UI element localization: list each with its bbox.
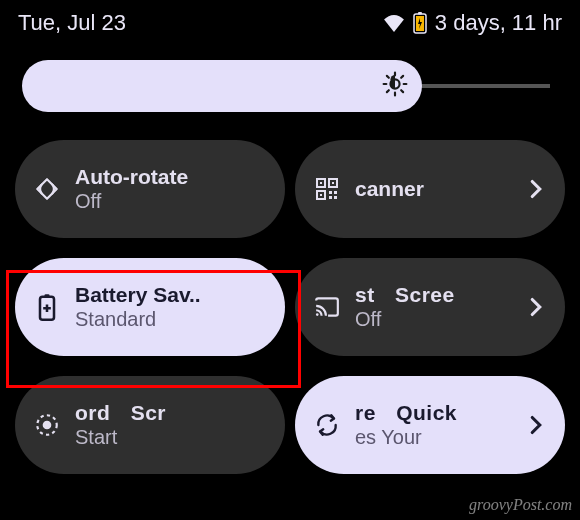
svg-rect-21: [334, 196, 337, 199]
svg-point-26: [316, 313, 319, 316]
battery-estimate: 3 days, 11 hr: [435, 10, 562, 36]
svg-line-9: [401, 90, 403, 92]
watermark: groovyPost.com: [469, 496, 572, 514]
svg-rect-18: [329, 191, 332, 194]
tile-subtitle: Start: [75, 425, 267, 449]
tile-title: canner: [355, 177, 511, 201]
quick-settings-grid: Auto-rotate Off canner: [0, 122, 580, 474]
chevron-right-icon[interactable]: [525, 179, 547, 199]
svg-point-28: [43, 421, 52, 430]
svg-rect-16: [332, 182, 334, 184]
auto-rotate-icon: [33, 176, 61, 202]
status-right: 3 days, 11 hr: [383, 10, 562, 36]
brightness-icon: [382, 71, 408, 101]
svg-rect-19: [334, 191, 337, 194]
quick-share-icon: [313, 412, 341, 438]
tile-quick-share[interactable]: re Quick es Your: [295, 376, 565, 474]
tile-subtitle: Standard: [75, 307, 267, 331]
tile-battery-saver[interactable]: Battery Sav.. Standard: [15, 258, 285, 356]
svg-rect-15: [320, 182, 322, 184]
record-icon: [33, 412, 61, 438]
wifi-icon: [383, 14, 405, 32]
tile-title: st Scree: [355, 283, 511, 307]
tile-record-screen[interactable]: ord Scr Start: [15, 376, 285, 474]
tile-title: ord Scr: [75, 401, 267, 425]
svg-line-10: [387, 90, 389, 92]
tile-cast-screen[interactable]: st Scree Off: [295, 258, 565, 356]
svg-rect-1: [418, 12, 422, 15]
svg-rect-17: [320, 194, 322, 196]
chevron-right-icon[interactable]: [525, 415, 547, 435]
battery-icon: [413, 12, 427, 34]
status-bar: Tue, Jul 23 3 days, 11 hr: [0, 0, 580, 42]
status-date: Tue, Jul 23: [18, 10, 126, 36]
tile-subtitle: es Your: [355, 425, 511, 449]
brightness-slider[interactable]: [22, 60, 482, 112]
tile-auto-rotate[interactable]: Auto-rotate Off: [15, 140, 285, 238]
tile-scanner[interactable]: canner: [295, 140, 565, 238]
svg-line-8: [387, 76, 389, 78]
tile-title: Battery Sav..: [75, 283, 267, 307]
battery-saver-icon: [33, 293, 61, 321]
cast-icon: [313, 296, 341, 318]
brightness-row: [0, 42, 580, 122]
tile-title: re Quick: [355, 401, 511, 425]
qr-icon: [313, 177, 341, 201]
tile-subtitle: Off: [75, 189, 267, 213]
chevron-right-icon[interactable]: [525, 297, 547, 317]
svg-rect-20: [329, 196, 332, 199]
tile-title: Auto-rotate: [75, 165, 267, 189]
svg-rect-23: [44, 294, 49, 297]
svg-line-11: [401, 76, 403, 78]
tile-subtitle: Off: [355, 307, 511, 331]
